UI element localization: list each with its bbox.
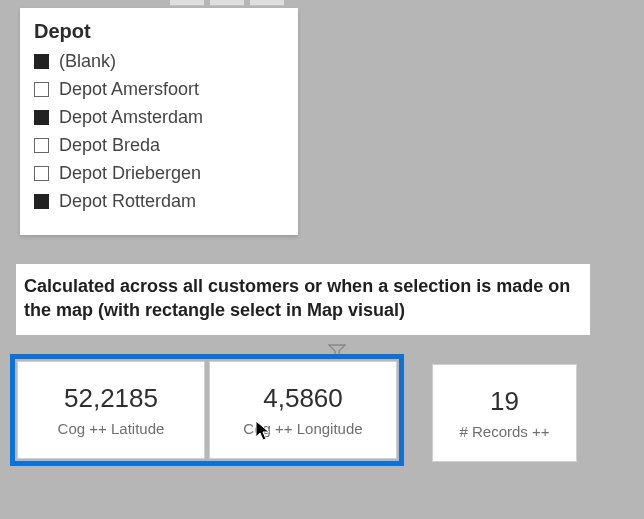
kpi-card-longitude[interactable]: 4,5860 Cog ++ Longitude — [209, 361, 397, 459]
legend-item[interactable]: Depot Amsterdam — [34, 105, 284, 130]
legend-swatch-icon — [34, 82, 49, 97]
legend-item-label: Depot Breda — [59, 135, 160, 156]
legend-title: Depot — [34, 20, 284, 43]
kpi-label: Cog ++ Latitude — [58, 420, 165, 437]
kpi-label: Cog ++ Longitude — [243, 420, 362, 437]
legend-item-label: Depot Amsterdam — [59, 107, 203, 128]
kpi-label: # Records ++ — [459, 423, 549, 440]
kpi-value: 19 — [490, 386, 519, 417]
kpi-card-records[interactable]: 19 # Records ++ — [432, 364, 577, 462]
legend-item-label: (Blank) — [59, 51, 116, 72]
selected-card-group[interactable]: 52,2185 Cog ++ Latitude 4,5860 Cog ++ Lo… — [10, 354, 404, 466]
legend-swatch-icon — [34, 138, 49, 153]
legend-swatch-icon — [34, 54, 49, 69]
legend-card: Depot (Blank)Depot AmersfoortDepot Amste… — [20, 8, 298, 235]
kpi-value: 52,2185 — [64, 383, 158, 414]
legend-item-label: Depot Rotterdam — [59, 191, 196, 212]
legend-item-label: Depot Amersfoort — [59, 79, 199, 100]
legend-swatch-icon — [34, 194, 49, 209]
legend-list: (Blank)Depot AmersfoortDepot AmsterdamDe… — [34, 49, 284, 214]
legend-item-label: Depot Driebergen — [59, 163, 201, 184]
kpi-value: 4,5860 — [263, 383, 343, 414]
caption-box: Calculated across all customers or when … — [16, 264, 590, 335]
legend-swatch-icon — [34, 166, 49, 181]
caption-text: Calculated across all customers or when … — [24, 274, 582, 323]
kpi-card-latitude[interactable]: 52,2185 Cog ++ Latitude — [17, 361, 205, 459]
legend-item[interactable]: (Blank) — [34, 49, 284, 74]
legend-item[interactable]: Depot Driebergen — [34, 161, 284, 186]
legend-swatch-icon — [34, 110, 49, 125]
legend-item[interactable]: Depot Amersfoort — [34, 77, 284, 102]
legend-item[interactable]: Depot Rotterdam — [34, 189, 284, 214]
legend-item[interactable]: Depot Breda — [34, 133, 284, 158]
kpi-cards-row: 52,2185 Cog ++ Latitude 4,5860 Cog ++ Lo… — [10, 354, 577, 466]
toolbar-stubs — [170, 0, 284, 6]
